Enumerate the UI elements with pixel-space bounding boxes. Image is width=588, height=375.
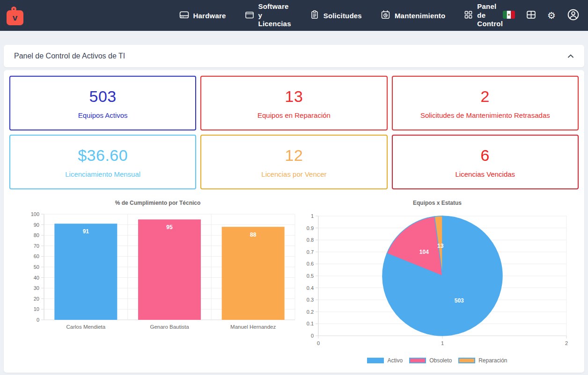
svg-text:104: 104: [419, 249, 429, 255]
stat-card-licencias-vencidas[interactable]: 6 Licencias Vencidas: [392, 135, 579, 189]
svg-text:10: 10: [34, 306, 39, 312]
stat-value: 503: [89, 87, 117, 106]
legend-item-reparación[interactable]: Reparación: [458, 357, 507, 364]
pie-chart-title: Equipos x Estatus: [300, 200, 575, 206]
bar-chart-title: % de Cumplimiento por Técnico: [17, 200, 299, 206]
svg-text:0.2: 0.2: [307, 309, 314, 315]
pie-legend: ActivoObsoletoReparación: [300, 357, 575, 364]
charts-row: % de Cumplimiento por Técnico 0102030405…: [9, 200, 579, 364]
svg-text:0.4: 0.4: [307, 285, 314, 291]
svg-text:503: 503: [455, 297, 464, 304]
settings-button[interactable]: ⚙: [547, 11, 556, 20]
hard-drive-icon: [179, 10, 189, 21]
dashboard-grid-icon: [464, 10, 473, 21]
svg-text:Genaro Bautista: Genaro Bautista: [150, 324, 189, 330]
stat-card-equipos-activos[interactable]: 503 Equipos Activos: [9, 76, 196, 130]
stat-card-equipos-en-reparacion[interactable]: 13 Equipos en Reparación: [200, 76, 387, 130]
nav-item-label: Software y Licencias: [258, 2, 291, 29]
legend-label: Activo: [387, 357, 403, 364]
pie-chart-equipos-estatus: Equipos x Estatus 00.10.20.30.40.50.60.7…: [300, 200, 575, 364]
apps-button[interactable]: [526, 10, 536, 22]
legend-label: Obsoleto: [429, 357, 452, 364]
nav-item-mantenimiento[interactable]: Mantenimiento: [381, 10, 445, 21]
language-button[interactable]: [503, 11, 515, 21]
table-grid-icon: [526, 10, 536, 22]
svg-text:60: 60: [34, 253, 39, 259]
svg-text:0.5: 0.5: [307, 273, 314, 279]
nav-item-panel-de-control[interactable]: Panel de Control: [464, 2, 503, 29]
stat-label: Equipos en Reparación: [257, 111, 331, 119]
bar-chart-plot: 010203040506070809010091Carlos Mendieta9…: [17, 209, 299, 333]
svg-text:95: 95: [166, 224, 173, 231]
legend-item-obsoleto[interactable]: Obsoleto: [409, 357, 452, 364]
svg-text:0.7: 0.7: [307, 249, 314, 255]
svg-text:80: 80: [34, 232, 39, 238]
nav-item-label: Mantenimiento: [395, 12, 445, 20]
kpi-grid: 503 Equipos Activos 13 Equipos en Repara…: [9, 76, 579, 189]
dashboard-content: 503 Equipos Activos 13 Equipos en Repara…: [4, 70, 584, 373]
chevron-up-icon: [567, 54, 574, 58]
nav-item-software-licencias[interactable]: Software y Licencias: [245, 2, 291, 29]
stat-value: 6: [481, 146, 490, 165]
svg-text:20: 20: [34, 296, 39, 302]
svg-text:0: 0: [37, 317, 39, 323]
profile-button[interactable]: [567, 8, 580, 23]
collapse-panel-button[interactable]: [567, 54, 574, 58]
stat-card-licenciamiento-mensual[interactable]: $36.60 Licenciamiento Mensual: [9, 135, 196, 189]
svg-text:90: 90: [34, 222, 39, 228]
svg-text:50: 50: [34, 264, 39, 270]
nav-item-solicitudes[interactable]: Solicitudes: [310, 10, 362, 21]
stat-value: 2: [481, 87, 490, 106]
legend-swatch-icon: [458, 358, 475, 363]
svg-text:Manuel Hernandez: Manuel Hernandez: [230, 324, 276, 330]
user-circle-icon: [567, 8, 580, 23]
svg-text:0.1: 0.1: [307, 321, 314, 326]
svg-text:0.6: 0.6: [307, 261, 314, 267]
legend-item-activo[interactable]: Activo: [367, 357, 403, 364]
svg-text:91: 91: [83, 228, 89, 235]
stat-value: 12: [285, 146, 303, 165]
panel-header: Panel de Control de Activos de TI: [4, 45, 584, 67]
stat-label: Licenciamiento Mensual: [65, 170, 140, 178]
legend-swatch-icon: [367, 358, 384, 363]
svg-text:13: 13: [437, 243, 444, 249]
top-navbar: v Hardware Software y Licencias: [0, 0, 588, 31]
svg-text:30: 30: [34, 285, 39, 291]
logo-bag-icon: v: [7, 10, 23, 25]
svg-text:2: 2: [565, 340, 568, 346]
stat-card-licencias-por-vencer[interactable]: 12 Licencias por Vencer: [200, 135, 387, 189]
app-logo[interactable]: v: [7, 5, 22, 26]
svg-text:40: 40: [34, 275, 39, 281]
nav-item-label: Panel de Control: [477, 2, 503, 29]
svg-text:0: 0: [311, 333, 314, 339]
bar-chart-compliance: % de Cumplimiento por Técnico 0102030405…: [17, 200, 299, 364]
main-nav: Hardware Software y Licencias Solicitude…: [179, 2, 503, 29]
svg-text:100: 100: [31, 211, 39, 217]
nav-item-label: Hardware: [193, 12, 226, 20]
stat-label: Licencias Vencidas: [456, 170, 515, 178]
clipboard-icon: [310, 10, 319, 21]
svg-text:1: 1: [311, 213, 314, 219]
gear-icon: ⚙: [547, 11, 556, 20]
legend-label: Reparación: [478, 357, 507, 364]
svg-text:70: 70: [34, 243, 39, 249]
mexico-flag-icon: [503, 11, 515, 21]
stat-label: Licencias por Vencer: [261, 170, 326, 178]
nav-item-label: Solicitudes: [323, 12, 362, 20]
svg-text:0.9: 0.9: [307, 225, 314, 231]
svg-text:88: 88: [250, 231, 257, 238]
nav-item-hardware[interactable]: Hardware: [179, 10, 226, 21]
window-icon: [245, 10, 254, 21]
stat-card-solicitudes-retrasadas[interactable]: 2 Solicitudes de Mantenimiento Retrasada…: [392, 76, 579, 130]
stat-value: 13: [285, 87, 303, 106]
svg-text:0: 0: [317, 340, 320, 346]
legend-swatch-icon: [409, 358, 426, 363]
svg-text:0.3: 0.3: [307, 297, 314, 303]
calendar-clock-icon: [381, 10, 390, 21]
stat-label: Solicitudes de Mantenimiento Retrasadas: [420, 111, 550, 119]
stat-label: Equipos Activos: [78, 111, 128, 119]
pie-chart-plot: 00.10.20.30.40.50.60.70.80.9101250310413: [300, 209, 571, 349]
svg-text:1: 1: [441, 340, 444, 346]
svg-text:0.8: 0.8: [307, 237, 314, 243]
page-title: Panel de Control de Activos de TI: [14, 52, 125, 60]
